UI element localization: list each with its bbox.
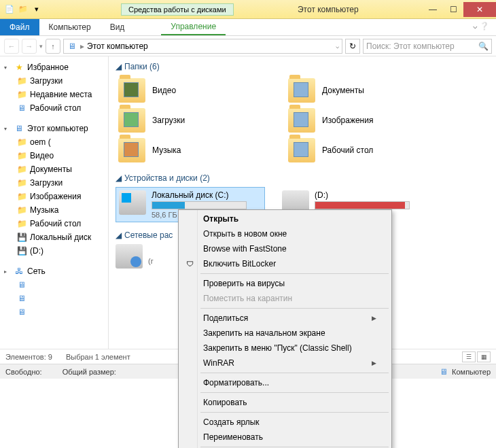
desktop-icon: 🖥	[16, 103, 27, 114]
sidebar-item-videos[interactable]: 📁Видео	[1, 149, 107, 162]
folder-icon: 📁	[16, 75, 27, 86]
sidebar-network-item[interactable]: 🖥	[1, 278, 107, 292]
minimize-button[interactable]: —	[423, 2, 443, 17]
folder-icon	[288, 138, 315, 162]
star-icon: ★	[14, 62, 24, 73]
pc-icon: 🖥	[16, 307, 27, 317]
status-free: Свободно:	[5, 368, 42, 376]
context-menu-item[interactable]: Проверить на вирусы	[180, 276, 390, 291]
context-menu-item[interactable]: Копировать	[180, 395, 390, 410]
folder-downloads[interactable]: Загрузки	[116, 105, 285, 135]
context-menu-item-label: Создать ярлык	[203, 417, 260, 427]
chevron-right-icon: ▸	[80, 41, 84, 51]
sidebar-thispc-label: Этот компьютер	[27, 124, 88, 133]
qat-dropdown-icon[interactable]: ▾	[31, 4, 42, 15]
context-menu-item[interactable]: Закрепить на начальном экране	[180, 326, 390, 341]
sidebar-network[interactable]: ▸🖧Сеть	[1, 264, 107, 278]
context-menu-item[interactable]: Открыть в новом окне	[180, 226, 390, 241]
context-menu-item[interactable]: Переименовать	[180, 430, 390, 445]
folder-videos[interactable]: Видео	[116, 75, 285, 105]
sidebar-network-item[interactable]: 🖥	[1, 305, 107, 319]
context-menu-item-label: Browse with FastStone	[203, 244, 287, 254]
qat-new-folder-icon[interactable]: 📁	[18, 4, 29, 15]
refresh-button[interactable]: ↻	[345, 39, 360, 54]
folder-icon: 📁	[16, 89, 27, 100]
search-placeholder: Поиск: Этот компьютер	[366, 41, 455, 51]
sidebar-item-downloads2[interactable]: 📁Загрузки	[1, 176, 107, 190]
drive-icon: 💾	[16, 232, 27, 243]
context-menu-item[interactable]: Поделиться▶	[180, 311, 390, 326]
shield-icon: 🛡	[184, 258, 195, 269]
ribbon-tab-computer[interactable]: Компьютер	[39, 19, 101, 35]
folder-icon: 📁	[16, 205, 27, 216]
sidebar-favorites[interactable]: ▾★Избранное	[1, 61, 107, 74]
chevron-right-icon: ▸	[4, 269, 11, 275]
folder-music[interactable]: Музыка	[116, 135, 285, 165]
sidebar-item-desktop2[interactable]: 📁Рабочий стол	[1, 217, 107, 230]
navigation-pane: ▾★Избранное 📁Загрузки 📁Недавние места 🖥Р…	[0, 56, 109, 349]
ribbon-tab-manage[interactable]: Управление	[161, 19, 226, 35]
sidebar-network-label: Сеть	[27, 266, 46, 276]
back-button[interactable]: ←	[4, 39, 19, 54]
sidebar-item-documents[interactable]: 📁Документы	[1, 162, 107, 176]
sidebar-network-item[interactable]: 🖥	[1, 292, 107, 305]
context-menu-separator	[200, 273, 389, 274]
close-button[interactable]: ✕	[463, 2, 496, 17]
folder-icon: 📁	[16, 177, 27, 188]
pc-icon: 🖥	[16, 279, 27, 290]
titlebar: 📄 📁 ▾ Средства работы с дисками Этот ком…	[0, 0, 496, 19]
context-menu-item[interactable]: Закрепить в меню "Пуск" (Classic Shell)	[180, 341, 390, 356]
context-menu-separator	[200, 308, 389, 309]
context-menu-item[interactable]: Создать ярлык	[180, 415, 390, 430]
chevron-down-icon: ▾	[4, 126, 11, 132]
submenu-arrow-icon: ▶	[372, 360, 376, 366]
folder-documents[interactable]: Документы	[285, 75, 455, 105]
context-menu-item[interactable]: WinRAR▶	[180, 356, 390, 371]
folder-icon	[118, 138, 145, 162]
address-dropdown-icon[interactable]: ⌵	[336, 43, 339, 50]
section-drives-header[interactable]: ◢Устройства и диски (2)	[116, 173, 489, 183]
folder-icon: 📁	[16, 150, 27, 161]
status-total: Общий размер:	[63, 368, 116, 376]
forward-button[interactable]: →	[22, 39, 37, 54]
sidebar-item-desktop[interactable]: 🖥Рабочий стол	[1, 101, 107, 115]
ribbon-collapse-button[interactable]: ⌵ ❔	[466, 19, 496, 35]
chevron-down-icon: ◢	[116, 62, 122, 71]
sidebar-item-recent[interactable]: 📁Недавние места	[1, 88, 107, 101]
window-title: Этот компьютер	[234, 5, 423, 14]
network-drive-icon	[116, 244, 143, 269]
sidebar-item-pictures[interactable]: 📁Изображения	[1, 190, 107, 203]
context-menu-item[interactable]: Browse with FastStone	[180, 241, 390, 256]
sidebar-item-downloads[interactable]: 📁Загрузки	[1, 74, 107, 88]
breadcrumb-root[interactable]: Этот компьютер	[87, 41, 148, 51]
ribbon-tab-view[interactable]: Вид	[101, 19, 135, 35]
folder-pictures[interactable]: Изображения	[285, 105, 455, 135]
sidebar-thispc[interactable]: ▾🖥Этот компьютер	[1, 122, 107, 135]
context-menu-item-label: Включить BitLocker	[203, 259, 276, 269]
sidebar-item-localdisk[interactable]: 💾Локальный диск	[1, 230, 107, 244]
context-menu-item[interactable]: Форматировать...	[180, 375, 390, 390]
sidebar-item-drive-d[interactable]: 💾(D:)	[1, 244, 107, 258]
submenu-arrow-icon: ▶	[372, 315, 376, 322]
context-menu-item-label: Форматировать...	[203, 378, 269, 387]
section-folders-header[interactable]: ◢Папки (6)	[116, 62, 489, 71]
folder-desktop[interactable]: Рабочий стол	[285, 135, 455, 165]
status-item-count: Элементов: 9	[5, 353, 52, 361]
ribbon-tab-file[interactable]: Файл	[0, 19, 39, 35]
context-menu-separator	[200, 392, 389, 393]
context-menu-item[interactable]: 🛡Включить BitLocker	[180, 256, 390, 271]
view-details-button[interactable]: ☰	[462, 351, 476, 362]
sidebar-item-music[interactable]: 📁Музыка	[1, 203, 107, 217]
maximize-button[interactable]: ☐	[443, 2, 463, 17]
address-bar[interactable]: 🖥 ▸ Этот компьютер ⌵	[63, 39, 342, 54]
qat-properties-icon[interactable]: 📄	[4, 4, 15, 15]
sidebar-item-oem[interactable]: 📁oem (	[1, 135, 107, 149]
up-button[interactable]: ↑	[46, 39, 60, 54]
search-input[interactable]: Поиск: Этот компьютер 🔍	[363, 39, 492, 54]
folder-icon: 📁	[16, 164, 27, 175]
search-icon: 🔍	[478, 41, 489, 51]
history-dropdown-icon[interactable]: ▾	[39, 43, 43, 50]
sidebar-favorites-label: Избранное	[27, 63, 69, 72]
context-menu-item[interactable]: Открыть	[180, 211, 390, 226]
view-tiles-button[interactable]: ▦	[477, 351, 491, 362]
